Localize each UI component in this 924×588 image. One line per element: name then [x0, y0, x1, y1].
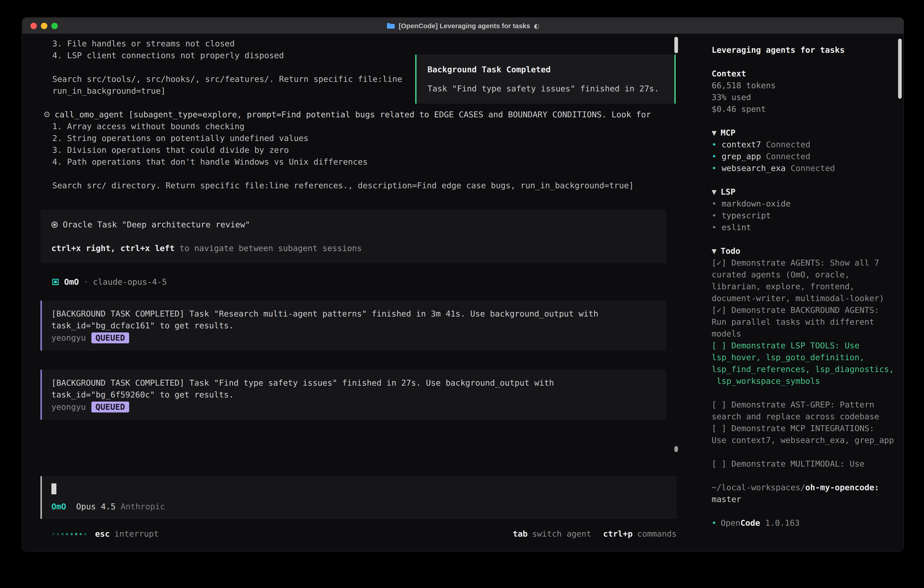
zoom-button[interactable] [51, 23, 58, 29]
mcp-section-header[interactable]: ▼MCP [712, 127, 904, 139]
todo-line: librarian, explore, frontend, [712, 281, 904, 292]
chevron-down-icon: ▼ [712, 186, 717, 198]
status-bar: esc interrupt tab switch agent ctrl+p co… [52, 528, 676, 540]
lsp-section-header[interactable]: ▼LSP [712, 186, 904, 198]
transcript-line: 1. Array access without bounds checking [52, 121, 703, 132]
message-text: [BACKGROUND TASK COMPLETED] Task "Find t… [51, 377, 657, 389]
workspace-branch: master [712, 494, 904, 505]
app-name-prefix: Open [721, 517, 741, 529]
app-name-suffix: Code [740, 517, 760, 529]
context-spent: $0.46 spent [712, 103, 904, 115]
todo-line: search and replace across codebase [712, 411, 904, 423]
subagent-nav-hint: ctrl+x right, ctrl+x left to navigate be… [51, 243, 655, 254]
status-left: esc interrupt [52, 528, 159, 540]
message-author: yeongyu [51, 332, 86, 344]
todo-line: [✓] Demonstrate BACKGROUND AGENTS: [712, 304, 904, 316]
notification-title: Background Task Completed [427, 64, 663, 76]
window-titlebar[interactable]: [OpenCode] Leveraging agents for tasks ◐ [22, 18, 904, 34]
lsp-name: eslint [722, 221, 751, 233]
todo-line: document-writer, multimodal-looker) [712, 292, 904, 304]
mcp-item: •grep_appConnected [712, 150, 904, 162]
workspace-repo: oh-my-opencode: [805, 482, 879, 494]
mcp-status: Connected [790, 162, 835, 174]
prompt-meta: OmO Opus 4.5 Anthropic [51, 501, 668, 512]
agent-icon [52, 279, 59, 285]
status-right: tab switch agent ctrl+p commands [513, 528, 676, 540]
terminal-content: 3. File handles or streams not closed 4.… [22, 34, 904, 552]
bullet-icon: • [712, 150, 717, 162]
prompt-model: Opus 4.5 [76, 501, 116, 512]
todo-line: [ ] Demonstrate MULTIMODAL: Use [712, 458, 904, 470]
mcp-status: Connected [766, 139, 810, 150]
bullet-icon: • [712, 517, 717, 529]
esc-key-hint: esc [95, 528, 110, 540]
minimize-button[interactable] [41, 23, 47, 29]
mcp-status: Connected [766, 150, 810, 162]
main-scrollbar-thumb[interactable] [674, 37, 678, 53]
message-text: [BACKGROUND TASK COMPLETED] Task "Resear… [51, 308, 657, 320]
close-button[interactable] [30, 23, 37, 29]
tool-call-line: ⚙call_omo_agent [subagent_type=explore, … [43, 109, 703, 121]
version-line: •OpenCode1.0.163 [712, 517, 904, 529]
todo-line-active: lsp_hover, lsp_goto_definition, [712, 352, 904, 363]
prompt-provider: Anthropic [120, 501, 165, 512]
transcript-line: Search src/ directory. Return specific f… [52, 180, 703, 192]
message-author: yeongyu [51, 401, 86, 413]
prompt-input[interactable]: OmO Opus 4.5 Anthropic [40, 476, 676, 519]
context-used: 33% used [712, 91, 904, 103]
notification-body: Task "Find type safety issues" finished … [427, 83, 663, 94]
bottom-area: OmO Opus 4.5 Anthropic esc interrupt tab [22, 476, 703, 540]
message-meta: yeongyu QUEUED [51, 401, 657, 413]
todo-section-header[interactable]: ▼Todo [712, 245, 904, 257]
agent-model: claude-opus-4-5 [93, 276, 167, 288]
message-meta: yeongyu QUEUED [51, 332, 657, 344]
bullet-icon: • [712, 221, 717, 233]
mcp-item: •context7Connected [712, 139, 904, 150]
session-title: Leveraging agents for tasks [712, 44, 904, 56]
prompt-agent: OmO [51, 501, 66, 512]
todo-line: Use context7, websearch_exa, grep_app [712, 434, 904, 446]
half-circle-icon: ◐ [534, 20, 539, 31]
agent-name: OmO [64, 276, 79, 288]
tool-call-text: call_omo_agent [subagent_type=explore, p… [54, 110, 651, 119]
todo-line-active: [ ] Demonstrate LSP TOOLS: Use [712, 340, 904, 352]
tab-key-hint: tab [513, 528, 528, 540]
chevron-down-icon: ▼ [712, 127, 717, 139]
lsp-item: •markdown-oxide [712, 198, 904, 210]
ctrlp-key-label: commands [637, 528, 676, 540]
transcript-line: 4. Path operations that don't handle Win… [52, 156, 703, 168]
todo-line: curated agents (OmO, oracle, [712, 269, 904, 281]
folder-icon [386, 22, 395, 29]
spinner-dots [52, 533, 89, 535]
oracle-task-title: Oracle Task "Deep architecture review" [63, 219, 250, 231]
transcript-line: 3. Division operations that could divide… [52, 144, 703, 156]
desktop: [OpenCode] Leveraging agents for tasks ◐… [0, 0, 924, 588]
text-cursor [51, 483, 56, 494]
todo-line: Run parallel tasks with different [712, 316, 904, 328]
lsp-item: •eslint [712, 221, 904, 233]
ctrlp-key-hint: ctrl+p [603, 528, 633, 540]
todo-line: [✓] Demonstrate AGENTS: Show all 7 [712, 257, 904, 269]
todo-line-active: lsp_workspace_symbols [712, 375, 904, 387]
oracle-task-panel: Oracle Task "Deep architecture review" c… [40, 210, 666, 263]
mcp-name: context7 [722, 139, 761, 150]
message-text: task_id="bg_dcfac161" to get results. [51, 320, 657, 332]
agent-header: OmO·claude-opus-4-5 [52, 276, 703, 288]
bullet-icon: • [712, 162, 717, 174]
bullet-icon: • [712, 198, 717, 210]
lsp-heading: LSP [721, 186, 736, 198]
main-scrollbar-thumb[interactable] [674, 446, 678, 452]
transcript-line: 3. File handles or streams not closed [52, 38, 703, 50]
app-version: 1.0.163 [765, 517, 800, 529]
hint-keys: ctrl+x right, ctrl+x left [51, 243, 175, 254]
oracle-task-title-row: Oracle Task "Deep architecture review" [51, 219, 655, 231]
esc-key-label: interrupt [114, 528, 159, 540]
transcript-pane: 3. File handles or streams not closed 4.… [22, 34, 703, 552]
lsp-name: typescript [722, 210, 771, 221]
todo-heading: Todo [721, 245, 741, 257]
sidebar: Leveraging agents for tasks Context 66,5… [703, 34, 904, 552]
bullet-icon: • [712, 139, 717, 150]
transcript-line: 2. String operations on potentially unde… [52, 132, 703, 144]
todo-line-active: lsp_find_references, lsp_diagnostics, [712, 363, 904, 375]
sidebar-scrollbar-thumb[interactable] [898, 39, 902, 99]
